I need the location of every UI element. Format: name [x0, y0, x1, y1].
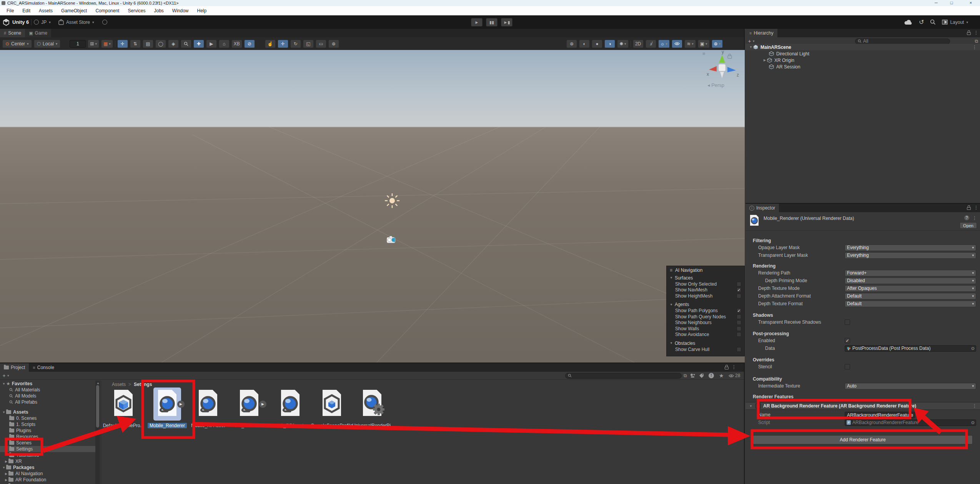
header-menu-icon[interactable]	[972, 215, 977, 221]
stencil-checkbox[interactable]	[845, 364, 850, 369]
devops-icon[interactable]	[102, 20, 107, 25]
shading-wire-icon[interactable]: ⊕	[566, 40, 577, 48]
tree-scrollbar[interactable]: ▲	[95, 381, 100, 484]
depth-texture-mode-dropdown[interactable]: After Opaques	[845, 285, 976, 292]
depth-texture-format-dropdown[interactable]: Default	[845, 301, 976, 307]
checkbox[interactable]	[737, 326, 741, 331]
checkbox[interactable]	[737, 347, 741, 352]
search-icon[interactable]	[930, 19, 936, 25]
drag-handle-icon[interactable]: ≡	[670, 268, 672, 273]
checkbox[interactable]	[737, 282, 741, 286]
grid-snap-button[interactable]: ⊞▾	[88, 40, 99, 48]
hierarchy-row[interactable]: Directional Light	[745, 50, 980, 57]
scene-visibility-eye-icon[interactable]	[672, 40, 682, 48]
grid-visibility-button[interactable]: ▦▾	[101, 40, 113, 48]
snap-settings-icon[interactable]: ⇅	[130, 40, 141, 48]
grid-size-field[interactable]: 1	[70, 40, 86, 48]
minimize-button[interactable]: ─	[930, 0, 943, 6]
cross-tool-icon[interactable]: ✚	[193, 40, 204, 48]
asset-item[interactable]: PC_RPAsset	[269, 388, 311, 426]
tree-item-all-materials[interactable]: All Materials	[0, 387, 95, 393]
panel-menu-icon[interactable]	[974, 30, 978, 35]
menu-item[interactable]: Assets	[35, 6, 57, 15]
lock-icon[interactable]	[967, 30, 971, 35]
depth-priming-mode-dropdown[interactable]: Disabled	[845, 278, 976, 284]
transparent-layer-mask-dropdown[interactable]: Everything	[845, 252, 976, 259]
tree-item-folder[interactable]: 0. Scenes	[0, 415, 95, 421]
layers-icon[interactable]: ≋▾	[684, 40, 696, 48]
transform-tool[interactable]: ⊕	[328, 40, 339, 48]
intermediate-texture-dropdown[interactable]: Auto	[845, 383, 976, 389]
help-icon[interactable]: ?	[964, 215, 969, 220]
hidden-count-badge[interactable]: 28	[729, 373, 740, 378]
transparent-receive-shadows-checkbox[interactable]	[845, 319, 850, 325]
menu-item[interactable]: File	[2, 6, 18, 15]
opaque-layer-mask-dropdown[interactable]: Everything	[845, 244, 976, 251]
checkbox[interactable]	[737, 314, 741, 319]
xb-button[interactable]: XB	[231, 40, 242, 48]
menu-item[interactable]: GameObject	[57, 6, 91, 15]
shading-shaded-icon[interactable]: ●	[592, 40, 602, 48]
tree-item-folder[interactable]: Resources	[0, 434, 95, 440]
section-obstacles[interactable]: Obstacles	[667, 340, 744, 346]
building-icon[interactable]: ⌂	[219, 40, 230, 48]
depth-attachment-format-dropdown[interactable]: Default	[845, 293, 976, 299]
tree-item-folder[interactable]: Scenes	[0, 440, 95, 446]
view-hand-tool[interactable]: ☝	[265, 40, 276, 48]
play-button[interactable]: ►	[471, 18, 483, 27]
rect-tool[interactable]: ▭	[316, 40, 326, 48]
wireframe-toggle-icon[interactable]: ▤	[143, 40, 153, 48]
open-new-window-icon[interactable]: ⧉	[684, 373, 687, 378]
asset-item[interactable]: Mobile_RPAsset	[187, 388, 229, 426]
move-tool[interactable]: ✛	[278, 40, 288, 48]
search-scene-icon[interactable]	[181, 40, 191, 48]
tree-item-all-prefabs[interactable]: All Prefabs	[0, 399, 95, 405]
add-renderer-feature-button[interactable]: Add Renderer Feature	[753, 435, 973, 444]
project-search-input[interactable]	[565, 373, 682, 379]
tree-packages-root[interactable]: ▼Packages	[0, 464, 95, 471]
tree-item-folder[interactable]: Plugins	[0, 427, 95, 434]
scene-menu-icon[interactable]	[972, 45, 977, 50]
foldout-icon[interactable]: ▼	[749, 45, 753, 49]
tab-hierarchy[interactable]: ≡ Hierarchy	[745, 29, 777, 37]
hierarchy-row-scene[interactable]: ▼ MainARScene	[745, 44, 980, 50]
menu-item[interactable]: Edit	[18, 6, 35, 15]
directional-light-gizmo[interactable]	[383, 192, 401, 210]
scene-lighting-icon[interactable]: ☼▾	[658, 40, 670, 48]
scene-orientation-gizmo[interactable]: y x z	[704, 50, 740, 85]
open-button[interactable]: Open	[960, 222, 977, 229]
foldout-icon[interactable]: ▼	[749, 404, 753, 408]
tab-game[interactable]: ▣ Game	[25, 29, 51, 37]
restore-button[interactable]: □	[945, 0, 958, 6]
camera-icon[interactable]: ▣▾	[698, 40, 710, 48]
tool-handle-rotation-dropdown[interactable]: ⬡Local	[34, 40, 61, 48]
tab-scene[interactable]: # Scene	[0, 29, 25, 37]
section-surfaces[interactable]: Surfaces	[667, 274, 744, 281]
object-picker-icon[interactable]	[971, 420, 975, 425]
rotate-tool[interactable]: ↻	[290, 40, 301, 48]
checkbox[interactable]	[737, 320, 741, 325]
asset-store-label[interactable]: Asset Store	[66, 20, 90, 25]
panel-menu-icon[interactable]	[732, 364, 736, 370]
post-process-data-field[interactable]: PostProcessData (Post Process Data)	[845, 345, 976, 352]
menu-item[interactable]: Window	[168, 6, 193, 15]
debug-bug-icon[interactable]: ✺▾	[617, 40, 629, 48]
asset-item[interactable]: ▶ PC_Renderer	[228, 388, 270, 426]
panel-menu-icon[interactable]	[974, 205, 978, 210]
tree-item-package[interactable]: ▶AR Foundation	[0, 477, 95, 483]
tree-item-folder[interactable]: 1. Scripts	[0, 421, 95, 427]
hierarchy-search-input[interactable]: All	[855, 38, 950, 44]
tree-item-xr[interactable]: ▶XR	[0, 458, 95, 464]
search-by-label-icon[interactable]	[699, 373, 704, 378]
post-processing-enabled-checkbox[interactable]	[845, 338, 850, 343]
shading-mixed-icon[interactable]: ◐	[579, 40, 590, 48]
gizmos-globe-icon[interactable]: ⊕▾	[712, 40, 723, 48]
camera-gizmo[interactable]	[386, 235, 396, 244]
renderer-feature-header[interactable]: ▼ AR Background Renderer Feature (AR Bac…	[745, 402, 980, 410]
menu-item[interactable]: Help	[193, 6, 211, 15]
tab-project[interactable]: Project	[0, 363, 29, 372]
close-button[interactable]: ×	[964, 0, 977, 6]
tool-handle-pivot-dropdown[interactable]: ⊙Center	[2, 40, 32, 48]
checkbox[interactable]	[737, 294, 741, 298]
account-label[interactable]: JP	[41, 20, 47, 25]
